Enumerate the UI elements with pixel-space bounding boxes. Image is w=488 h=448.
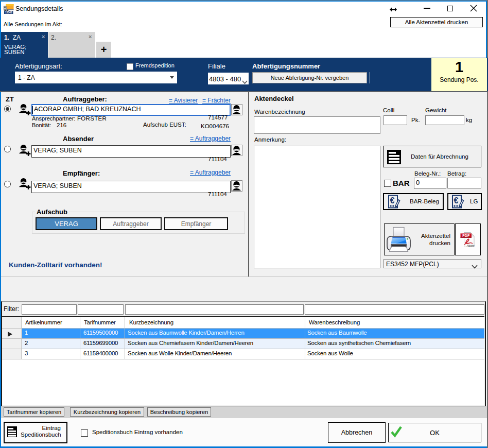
- svg-text:€: €: [454, 196, 459, 205]
- svg-text:€: €: [390, 196, 395, 205]
- svg-text:12543: 12543: [5, 11, 12, 14]
- svg-text:PDF: PDF: [462, 234, 470, 237]
- svg-text:Adobe: Adobe: [466, 244, 475, 247]
